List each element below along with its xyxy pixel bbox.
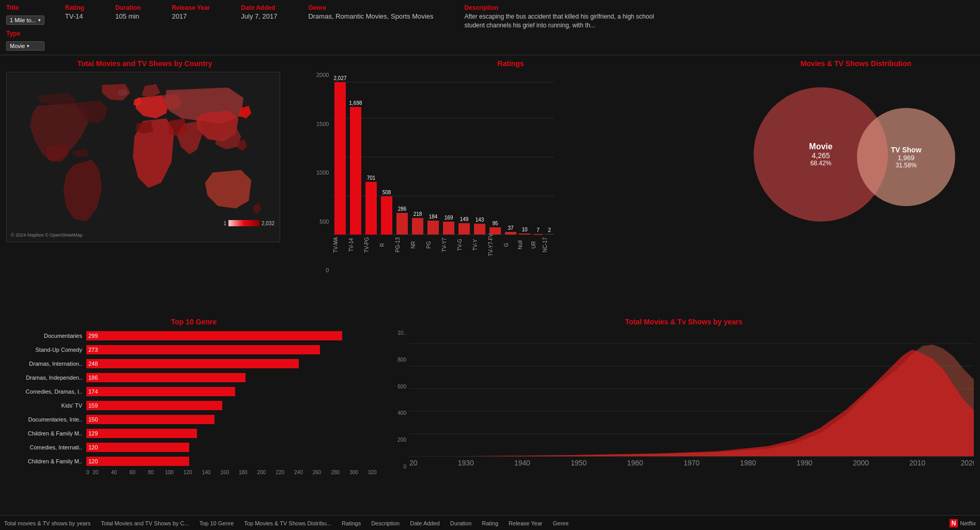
svg-text:184: 184 (429, 214, 438, 220)
genre-bars-container: Documentaries 299 Stand-Up Comedy 273 Dr… (6, 330, 381, 467)
nav-item-release-year[interactable]: Release Year (509, 520, 542, 526)
list-item: Comedies, Dramas, I.. 174 (6, 386, 381, 397)
genre-bar-label: Comedies, Internati.. (6, 444, 86, 450)
years-y-axis: 10.. 800 600 400 200 0 (394, 330, 409, 485)
genre-bar-label: Children & Family M.. (6, 430, 86, 437)
genre-bar-value: 120 (86, 458, 98, 464)
genre-bar-value: 129 (86, 430, 98, 437)
svg-text:218: 218 (414, 211, 422, 217)
list-item: Children & Family M.. 120 (6, 456, 381, 467)
nav-item-date-added[interactable]: Date Added (410, 520, 440, 526)
list-item: Children & Family M.. 129 (6, 428, 381, 439)
netflix-label: Netflix (960, 520, 976, 526)
svg-text:NR: NR (410, 241, 416, 248)
svg-text:TV-G: TV-G (457, 239, 463, 251)
svg-text:1990: 1990 (797, 459, 813, 467)
genre-bar: 159 (86, 401, 222, 410)
svg-text:2: 2 (548, 227, 552, 233)
genre-panel: Top 10 Genre Documentaries 299 Stand-Up … (0, 314, 388, 515)
release-year-label: Release Year (172, 4, 210, 11)
genre-bar-label: Documentaries (6, 333, 86, 339)
genre-bar-label: Kids' TV (6, 402, 86, 409)
type-value: Movie (10, 43, 25, 49)
nav-item-rating[interactable]: Rating (482, 520, 498, 526)
list-item: Comedies, Internati.. 120 (6, 442, 381, 453)
nav-item-country[interactable]: Total Movies and TV Shows by C... (101, 520, 189, 526)
movie-pct: 68.42% (810, 160, 832, 167)
genre-bar-value: 299 (86, 333, 98, 339)
title-value: 1 Mile to... (10, 17, 36, 23)
description-label: Description (464, 4, 498, 11)
svg-text:1950: 1950 (571, 459, 587, 467)
duration-value: 105 min (115, 12, 139, 20)
date-added-section: Date Added July 7, 2017 (241, 4, 277, 30)
nav-item-distribution[interactable]: Top Movies & TV Shows Distribu... (244, 520, 331, 526)
list-item: Documentaries, Inte.. 150 (6, 414, 381, 425)
svg-rect-18 (412, 218, 423, 235)
svg-text:2010: 2010 (909, 459, 925, 467)
title-dropdown[interactable]: 1 Mile to... (6, 15, 44, 25)
venn-container: Movie 4,265 68.42% TV Show 1,969 31.58% (738, 72, 974, 237)
genre-x-axis: 0 20 40 60 80 100 120 140 160 180 200 22… (86, 470, 381, 475)
duration-label: Duration (115, 4, 141, 11)
y-axis: 2000 1500 1000 500 0 (316, 72, 332, 299)
rating-label: Rating (65, 4, 84, 11)
legend-gradient (228, 220, 259, 226)
svg-text:7: 7 (537, 227, 540, 233)
genre-bar: 129 (86, 429, 197, 438)
nav-item-duration[interactable]: Duration (450, 520, 472, 526)
genre-value: Dramas, Romantic Movies, Sports Movies (308, 12, 433, 20)
header-columns: Rating TV-14 Duration 105 min Release Ye… (65, 4, 974, 30)
years-area-svg: 1920 1930 1940 1950 1960 1970 1980 1990 … (409, 330, 974, 485)
date-added-label: Date Added (241, 4, 275, 11)
nav-item-description[interactable]: Description (371, 520, 400, 526)
genre-bar-value: 150 (86, 416, 98, 423)
svg-text:2020: 2020 (961, 459, 974, 467)
svg-text:2000: 2000 (853, 459, 869, 467)
nav-item-genre[interactable]: Top 10 Genre (200, 520, 234, 526)
genre-bar: 273 (86, 345, 320, 354)
nav-item-years[interactable]: Total movies & TV shows by years (4, 520, 90, 526)
type-dropdown[interactable]: Movie (6, 41, 44, 51)
movie-count: 4,265 (811, 151, 830, 160)
list-item: Dramas, Internation.. 248 (6, 358, 381, 369)
genre-bar-label: Dramas, Independen.. (6, 375, 86, 381)
description-section: Description After escaping the bus accid… (464, 4, 661, 30)
svg-text:G: G (503, 243, 509, 247)
tvshow-pct: 31.58% (896, 162, 917, 169)
svg-text:NC-17: NC-17 (542, 237, 548, 252)
svg-text:UR: UR (531, 241, 537, 248)
svg-text:286: 286 (398, 206, 407, 212)
top-bar: Title 1 Mile to... Type Movie Rating TV-… (0, 0, 980, 55)
legend-max: 2,032 (262, 221, 274, 226)
ratings-chart-area: 2000 1500 1000 500 0 2,027 (296, 72, 726, 299)
svg-rect-22 (443, 222, 454, 235)
svg-rect-36 (545, 235, 554, 235)
rating-section: Rating TV-14 (65, 4, 84, 30)
svg-text:1970: 1970 (684, 459, 700, 467)
svg-text:95: 95 (493, 221, 499, 226)
release-year-value: 2017 (172, 12, 187, 20)
genre-bar-value: 273 (86, 347, 98, 353)
map-legend: 1 2,032 (223, 220, 274, 226)
nav-item-genre2[interactable]: Genre (553, 520, 569, 526)
movie-label: Movie (809, 142, 832, 151)
list-item: Documentaries 299 (6, 330, 381, 341)
svg-text:508: 508 (382, 190, 391, 195)
svg-text:2,027: 2,027 (334, 75, 347, 81)
netflix-logo: N Netflix (950, 519, 976, 527)
svg-rect-26 (474, 224, 485, 235)
svg-text:TV-Y: TV-Y (472, 239, 478, 251)
genre-bar-label: Comedies, Dramas, I.. (6, 388, 86, 395)
genre-bar-value: 248 (86, 361, 98, 367)
tvshow-circle: TV Show 1,969 31.58% (857, 108, 955, 206)
map-title: Total Movies and TV Shows by Country (6, 59, 283, 68)
release-year-section: Release Year 2017 (172, 4, 210, 30)
genre-bar: 299 (86, 331, 342, 340)
svg-rect-12 (365, 182, 377, 235)
genre-bar: 120 (86, 443, 189, 452)
ratings-bars-container: 2,027 1,698 701 508 286 218 (332, 72, 726, 299)
ratings-title: Ratings (296, 59, 726, 68)
genre-bar-label: Dramas, Internation.. (6, 361, 86, 367)
nav-item-ratings[interactable]: Ratings (342, 520, 361, 526)
